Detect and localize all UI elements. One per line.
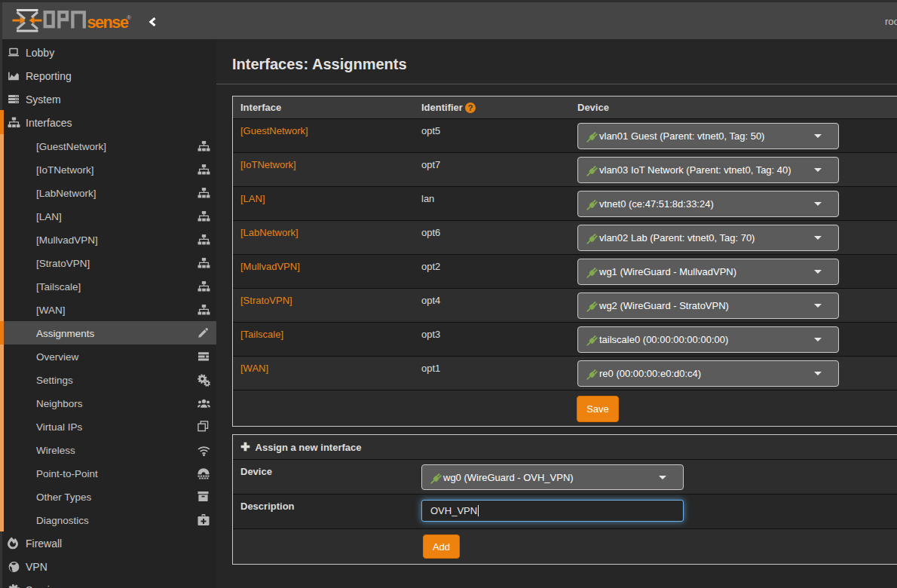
svg-text:sense: sense	[87, 14, 129, 32]
svg-text:®: ®	[127, 14, 131, 21]
